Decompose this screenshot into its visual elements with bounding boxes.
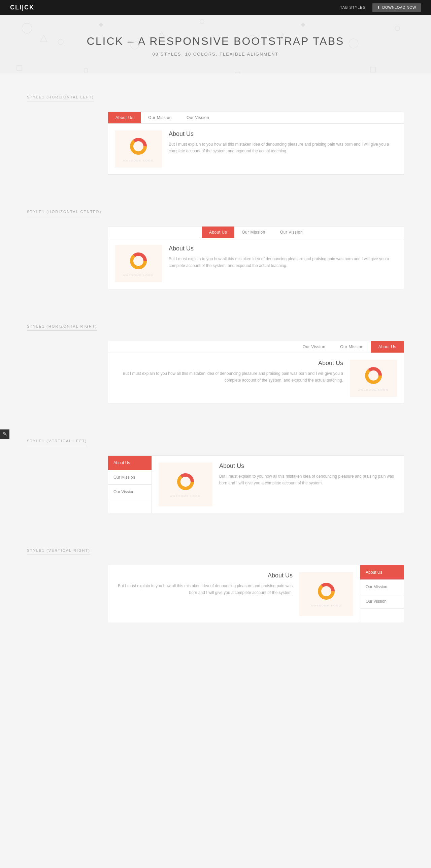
tab-content-v-right: About Us But I must explain to you how a… xyxy=(108,565,360,623)
tab-demo-h-center: About Us Our Mission Our Vission AWESOME… xyxy=(108,226,404,289)
donut-svg-2 xyxy=(128,251,148,271)
tab-btn-about-center[interactable]: About Us xyxy=(202,227,234,238)
tab-title-h-left: About Us xyxy=(169,130,397,138)
tab-btn-vision-v-left[interactable]: Our Vission xyxy=(108,485,152,499)
tab-demo-h-left: About Us Our Mission Our Vission AWESOME… xyxy=(108,112,404,175)
tab-demo-v-right: About Us But I must explain to you how a… xyxy=(108,565,404,623)
svg-point-2 xyxy=(99,23,103,27)
section-label-v-right: STYLE1 (VERTICAL RIGHT) xyxy=(27,548,90,555)
img-label-2: AWESOME LOGO xyxy=(123,274,154,277)
tab-btn-mission-center[interactable]: Our Mission xyxy=(234,227,273,238)
donut-svg-4 xyxy=(175,472,196,492)
svg-rect-14 xyxy=(236,72,240,73)
svg-point-4 xyxy=(200,20,204,24)
tab-title-v-right: About Us xyxy=(115,572,293,579)
edit-button[interactable]: ✎ xyxy=(0,429,9,439)
svg-point-18 xyxy=(134,142,142,150)
tab-text-v-right: About Us But I must explain to you how a… xyxy=(115,572,293,596)
svg-rect-12 xyxy=(17,65,22,70)
tab-text-h-center: About Us But I must explain to you how a… xyxy=(169,245,397,269)
section-h-center: STYLE1 (HORIZONTAL CENTER) About Us Our … xyxy=(0,188,431,303)
section-v-right: STYLE1 (VERTICAL RIGHT) About Us But I m… xyxy=(0,527,431,650)
donut-svg-1 xyxy=(128,136,148,156)
tab-btn-about-left[interactable]: About Us xyxy=(108,112,141,123)
tab-image-v-left: AWESOME LOGO xyxy=(159,462,212,506)
tab-content-h-right: AWESOME LOGO About Us But I must explain… xyxy=(108,353,404,403)
tab-btn-mission-right[interactable]: Our Mission xyxy=(333,341,371,353)
section-label-h-left: STYLE1 (HORIZONTAL LEFT) xyxy=(27,95,94,101)
donut-svg-5 xyxy=(316,581,336,601)
tab-desc-h-left: But I must explain to you how all this m… xyxy=(169,141,397,155)
section-v-left: STYLE1 (VERTICAL LEFT) About Us Our Miss… xyxy=(0,417,431,527)
tab-nav-h-center: About Us Our Mission Our Vission xyxy=(108,227,404,238)
img-label-4: AWESOME LOGO xyxy=(170,495,201,498)
hero-title: CLICK – A RESPONSIVE BOOTSTRAP TABS xyxy=(7,35,424,48)
tab-text-h-right: About Us But I must explain to you how a… xyxy=(115,360,343,384)
svg-point-6 xyxy=(301,23,305,27)
svg-point-0 xyxy=(22,23,32,33)
tab-title-v-left: About Us xyxy=(219,462,397,470)
tab-btn-about-right[interactable]: About Us xyxy=(371,341,404,353)
tab-btn-vision-center[interactable]: Our Vission xyxy=(273,227,310,238)
tab-content-h-center: AWESOME LOGO About Us But I must explain… xyxy=(108,238,404,289)
section-h-left: STYLE1 (HORIZONTAL LEFT) About Us Our Mi… xyxy=(0,73,431,188)
tab-image-h-right: AWESOME LOGO xyxy=(350,360,397,397)
tab-btn-vision-left[interactable]: Our Vission xyxy=(179,112,217,123)
svg-point-21 xyxy=(134,257,142,265)
tab-demo-v-left: About Us Our Mission Our Vission AWESOME… xyxy=(108,455,404,513)
tab-btn-mission-left[interactable]: Our Mission xyxy=(141,112,179,123)
img-label-1: AWESOME LOGO xyxy=(123,159,154,162)
tab-desc-v-left: But I must explain to you how all this m… xyxy=(219,473,397,487)
tab-title-h-right: About Us xyxy=(115,360,343,367)
tab-desc-h-right: But I must explain to you how all this m… xyxy=(115,370,343,384)
tab-btn-vision-right[interactable]: Our Vission xyxy=(295,341,333,353)
tab-demo-h-right: Our Vission Our Mission About Us AWESOME… xyxy=(108,341,404,404)
svg-point-24 xyxy=(369,371,377,380)
hero-section: CLICK – A RESPONSIVE BOOTSTRAP TABS 08 S… xyxy=(0,15,431,73)
tab-text-v-left: About Us But I must explain to you how a… xyxy=(219,462,397,487)
section-label-h-right: STYLE1 (HORIZONTAL RIGHT) xyxy=(27,324,97,331)
tab-btn-mission-v-left[interactable]: Our Mission xyxy=(108,470,152,485)
svg-point-8 xyxy=(395,26,400,31)
tab-content-v-left: AWESOME LOGO About Us But I must explain… xyxy=(152,456,404,513)
hero-subtitle: 08 STYLES, 10 COLORS, FLEXIBLE ALIGNMENT xyxy=(7,52,424,57)
img-label-3: AWESOME LOGO xyxy=(358,388,389,391)
tab-nav-h-left: About Us Our Mission Our Vission xyxy=(108,112,404,124)
navbar: CLI|CK TAB STYLES ⬇ DOWNLOAD NOW xyxy=(0,0,431,15)
section-label-v-left: STYLE1 (VERTICAL LEFT) xyxy=(27,439,87,445)
tab-image-v-right: AWESOME LOGO xyxy=(299,572,353,616)
tab-btn-vision-v-right[interactable]: Our Vission xyxy=(360,594,404,609)
tab-nav-v-left: About Us Our Mission Our Vission xyxy=(108,456,152,513)
tab-image-h-left: AWESOME LOGO xyxy=(115,130,162,168)
tab-nav-v-right: About Us Our Mission Our Vission xyxy=(360,565,404,623)
img-label-5: AWESOME LOGO xyxy=(311,604,342,607)
tab-title-h-center: About Us xyxy=(169,245,397,252)
tab-content-h-left: AWESOME LOGO About Us But I must explain… xyxy=(108,124,404,174)
svg-rect-15 xyxy=(370,67,375,72)
tab-desc-h-center: But I must explain to you how all this m… xyxy=(169,256,397,269)
svg-rect-13 xyxy=(84,69,88,72)
svg-point-27 xyxy=(181,478,190,486)
tab-btn-about-v-right[interactable]: About Us xyxy=(360,565,404,580)
section-h-right: STYLE1 (HORIZONTAL RIGHT) Our Vission Ou… xyxy=(0,303,431,417)
tab-styles-link[interactable]: TAB STYLES xyxy=(340,5,366,9)
download-button[interactable]: ⬇ DOWNLOAD NOW xyxy=(372,3,421,12)
section-label-h-center: STYLE1 (HORIZONTAL CENTER) xyxy=(27,210,101,216)
download-icon: ⬇ xyxy=(377,5,380,10)
tab-text-h-left: About Us But I must explain to you how a… xyxy=(169,130,397,155)
donut-svg-3 xyxy=(363,365,384,386)
tab-desc-v-right: But I must explain to you how all this m… xyxy=(115,582,293,596)
brand-logo: CLI|CK xyxy=(10,4,34,11)
tab-btn-mission-v-right[interactable]: Our Mission xyxy=(360,580,404,594)
tab-btn-about-v-left[interactable]: About Us xyxy=(108,456,152,470)
tab-image-h-center: AWESOME LOGO xyxy=(115,245,162,282)
tab-nav-h-right: Our Vission Our Mission About Us xyxy=(108,341,404,353)
nav-right: TAB STYLES ⬇ DOWNLOAD NOW xyxy=(340,3,421,12)
svg-point-30 xyxy=(322,587,330,595)
